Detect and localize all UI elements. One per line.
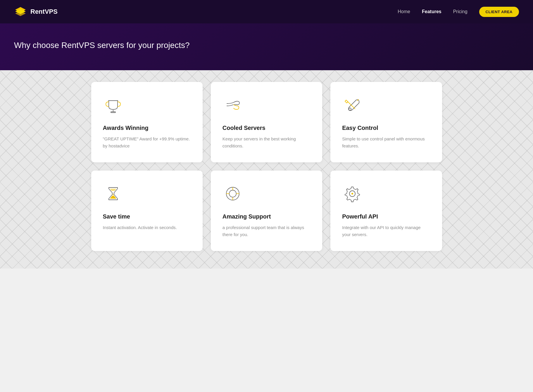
card-api-title: Powerful API [342, 213, 430, 220]
card-awards-desc: "GREAT UPTIME" Award for +99.9% uptime. … [103, 135, 191, 149]
client-area-button[interactable]: CLIENT AREA [479, 7, 519, 17]
card-powerful-api: Powerful API Integrate with our API to q… [330, 171, 442, 251]
card-support-title: Amazing Support [222, 213, 311, 220]
logo-link[interactable]: RentVPS [14, 5, 58, 18]
gear-icon [342, 183, 363, 204]
card-support-desc: a professional support team that is alwa… [222, 224, 311, 238]
logo-text: RentVPS [30, 8, 58, 16]
hero-title: Why choose RentVPS servers for your proj… [14, 41, 190, 50]
logo-icon [14, 5, 27, 18]
cards-grid: Awards Winning "GREAT UPTIME" Award for … [91, 82, 442, 251]
navbar: RentVPS Home Features Pricing CLIENT ARE… [0, 0, 533, 23]
card-easy-desc: Simple to use control panel with enormou… [342, 135, 430, 149]
nav-home[interactable]: Home [398, 9, 410, 14]
content-area: Awards Winning "GREAT UPTIME" Award for … [0, 70, 533, 269]
hero-banner: Why choose RentVPS servers for your proj… [0, 23, 533, 70]
wind-icon [222, 95, 243, 115]
card-awards-title: Awards Winning [103, 125, 191, 131]
card-savetime-title: Save time [103, 213, 191, 220]
card-cooled-desc: Keep your servers in the best working co… [222, 135, 311, 149]
nav-pricing[interactable]: Pricing [453, 9, 468, 14]
card-save-time: Save time Instant activation. Activate i… [91, 171, 203, 251]
tools-icon [342, 95, 363, 115]
svg-point-12 [229, 190, 236, 197]
nav-features[interactable]: Features [422, 9, 441, 14]
card-awards-winning: Awards Winning "GREAT UPTIME" Award for … [91, 82, 203, 162]
lifering-icon [222, 183, 243, 204]
hourglass-icon [103, 183, 123, 204]
card-cooled-servers: Cooled Servers Keep your servers in the … [211, 82, 322, 162]
card-api-desc: Integrate with our API to quickly manage… [342, 224, 430, 238]
trophy-icon [103, 95, 123, 115]
svg-point-18 [351, 193, 353, 195]
card-easy-control: Easy Control Simple to use control panel… [330, 82, 442, 162]
svg-rect-3 [111, 112, 115, 113]
svg-point-6 [349, 108, 351, 110]
card-cooled-title: Cooled Servers [222, 125, 311, 131]
card-amazing-support: Amazing Support a professional support t… [211, 171, 322, 251]
card-savetime-desc: Instant activation. Activate in seconds. [103, 224, 191, 231]
nav-links: Home Features Pricing CLIENT AREA [398, 7, 519, 17]
card-easy-title: Easy Control [342, 125, 430, 131]
